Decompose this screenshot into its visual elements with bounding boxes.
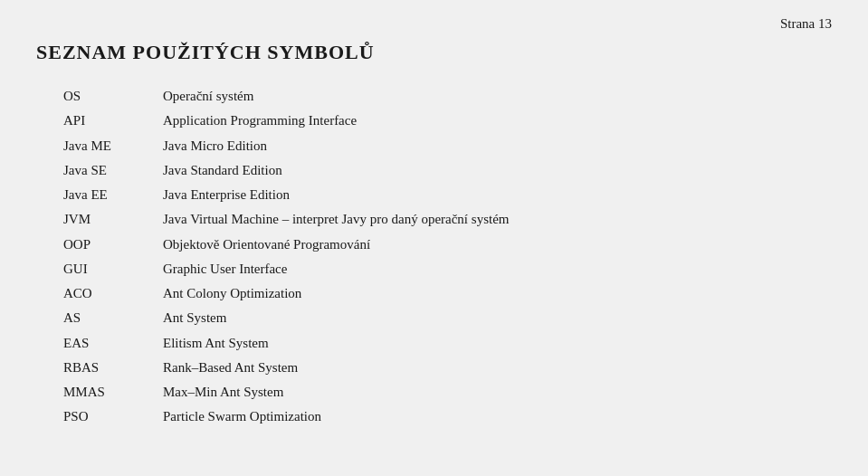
desc-cell: Objektově Orientované Programování	[163, 233, 832, 257]
desc-cell: Java Standard Edition	[163, 158, 832, 183]
table-row: MMASMax–Min Ant System	[36, 380, 832, 405]
table-row: GUIGraphic User Interface	[36, 257, 832, 281]
abbr-cell: API	[36, 109, 163, 133]
abbr-cell: OOP	[36, 233, 163, 257]
desc-cell: Application Programming Interface	[163, 109, 832, 133]
table-row: APIApplication Programming Interface	[36, 109, 832, 133]
table-row: RBASRank–Based Ant System	[36, 356, 832, 380]
page-header: Strana 13	[36, 16, 832, 32]
table-row: Java MEJava Micro Edition	[36, 134, 832, 158]
table-row: EASElitism Ant System	[36, 331, 832, 356]
desc-cell: Operační systém	[163, 84, 832, 109]
table-row: ACOAnt Colony Optimization	[36, 281, 832, 306]
abbr-cell: OS	[36, 84, 163, 109]
desc-cell: Rank–Based Ant System	[163, 356, 832, 380]
abbr-cell: Java EE	[36, 183, 163, 207]
desc-cell: Ant Colony Optimization	[163, 281, 832, 306]
table-row: OOPObjektově Orientované Programování	[36, 233, 832, 257]
desc-cell: Max–Min Ant System	[163, 380, 832, 405]
page-container: Strana 13 SEZNAM POUŽITÝCH SYMBOLŮ OSOpe…	[0, 0, 868, 476]
abbr-cell: PSO	[36, 405, 163, 429]
desc-cell: Java Micro Edition	[163, 134, 832, 158]
desc-cell: Particle Swarm Optimization	[163, 405, 832, 429]
table-row: ASAnt System	[36, 306, 832, 330]
abbr-cell: EAS	[36, 331, 163, 356]
abbr-cell: GUI	[36, 257, 163, 281]
table-row: JVMJava Virtual Machine – interpret Javy…	[36, 207, 832, 232]
desc-cell: Java Virtual Machine – interpret Javy pr…	[163, 207, 832, 232]
page-title: SEZNAM POUŽITÝCH SYMBOLŮ	[36, 41, 832, 64]
desc-cell: Ant System	[163, 306, 832, 330]
abbr-cell: Java SE	[36, 158, 163, 183]
abbr-cell: JVM	[36, 207, 163, 232]
desc-cell: Elitism Ant System	[163, 331, 832, 356]
page-number: Strana 13	[780, 16, 832, 32]
table-row: PSOParticle Swarm Optimization	[36, 405, 832, 429]
desc-cell: Java Enterprise Edition	[163, 183, 832, 207]
table-row: Java SEJava Standard Edition	[36, 158, 832, 183]
abbr-cell: Java ME	[36, 134, 163, 158]
abbr-cell: MMAS	[36, 380, 163, 405]
symbols-table: OSOperační systémAPIApplication Programm…	[36, 84, 832, 430]
abbr-cell: AS	[36, 306, 163, 330]
desc-cell: Graphic User Interface	[163, 257, 832, 281]
abbr-cell: RBAS	[36, 356, 163, 380]
abbr-cell: ACO	[36, 281, 163, 306]
table-row: OSOperační systém	[36, 84, 832, 109]
table-row: Java EEJava Enterprise Edition	[36, 183, 832, 207]
